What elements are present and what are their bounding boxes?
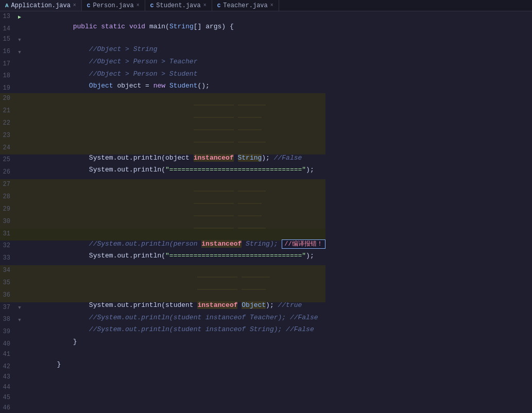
line-num-22: 22 (0, 118, 15, 130)
tab-icon-a: A (5, 3, 9, 9)
code-line-21: 21 System.out.println(object instanceof … (0, 106, 325, 118)
tab-close-teacher[interactable]: × (270, 3, 273, 8)
code-line-20: 20 System.out.println(object instanceof … (0, 93, 325, 106)
tab-icon-c2: C (150, 3, 154, 9)
line-num-42: 42 (0, 362, 15, 372)
line-code-21: System.out.println(object instanceof Per… (24, 106, 325, 118)
code-line-15: 15 ▼ //Object > String (0, 34, 325, 46)
code-line-18: 18 Object object = new Student(); (0, 71, 325, 83)
scroll-container[interactable]: 13 ▶ public static void main(String[] ar… (0, 11, 325, 413)
code-line-24: 24 System.out.println(object instanceof … (0, 143, 325, 155)
line-num-39: 39 (0, 326, 15, 339)
line-code-28: System.out.println(person instanceof Per… (24, 192, 325, 204)
line-num-26: 26 (0, 167, 15, 179)
code-line-25: 25 System.out.println("=================… (0, 154, 325, 167)
fold-marker-16[interactable]: ▼ (15, 46, 24, 59)
line-code-25: System.out.println("====================… (24, 154, 325, 167)
code-line-28: 28 System.out.println(person instanceof … (0, 192, 325, 204)
line-num-34: 34 (0, 265, 15, 278)
line-code-18: Object object = new Student(); (24, 71, 325, 83)
code-line-33: 33 Student student = new Student(); (0, 253, 325, 265)
line-num-23: 23 (0, 130, 15, 143)
code-line-34: 34 System.out.println(student instanceof… (0, 265, 325, 278)
tab-teacher-java[interactable]: C Teacher.java × (212, 0, 279, 11)
fold-marker-15[interactable]: ▼ (15, 34, 24, 46)
line-code-15: //Object > String (24, 34, 325, 46)
line-num-31: 31 (0, 229, 15, 241)
fold-marker-22 (15, 118, 24, 130)
line-code-34: System.out.println(student instanceof St… (24, 265, 325, 278)
tab-label-person: Person.java (93, 2, 133, 9)
code-line-16: 16 ▼ //Object > Person > Teacher (0, 46, 325, 59)
line-num-18: 18 (0, 71, 15, 83)
code-line-36: 36 System.out.println(student instanceof… (0, 290, 325, 302)
fold-marker-14 (15, 24, 24, 34)
code-line-31: 31 //System.out.println(person instanceo… (0, 229, 325, 241)
fold-marker-26 (15, 167, 24, 179)
tab-person-java[interactable]: C Person.java × (82, 0, 145, 11)
line-code-19 (24, 83, 325, 93)
fold-marker-31 (15, 229, 24, 241)
line-num-38: 38 (0, 314, 15, 326)
fold-marker-19 (15, 83, 24, 93)
fold-marker-39 (15, 326, 24, 339)
line-code-33: Student student = new Student(); (24, 253, 325, 265)
line-num-36: 36 (0, 290, 15, 302)
code-line-45: 45 (0, 392, 325, 403)
tab-close-student[interactable]: × (203, 3, 207, 8)
fold-marker-35 (15, 278, 24, 290)
code-line-23: 23 System.out.println(object instanceof … (0, 130, 325, 143)
fold-marker-29 (15, 204, 24, 216)
code-line-44: 44 (0, 382, 325, 392)
line-num-15: 15 (0, 34, 15, 46)
line-num-32: 32 (0, 240, 15, 253)
tab-close-person[interactable]: × (136, 3, 140, 8)
line-num-35: 35 (0, 278, 15, 290)
tab-bar: A Application.java × C Person.java × C S… (0, 0, 532, 11)
fold-marker-20 (15, 93, 24, 106)
line-code-41: } (24, 349, 325, 362)
line-code-13: public static void main(String[] args) { (24, 11, 325, 24)
fold-marker-41 (15, 349, 24, 362)
tab-label-student: Student.java (156, 2, 200, 9)
fold-marker-23 (15, 130, 24, 143)
line-num-27: 27 (0, 179, 15, 192)
line-num-28: 28 (0, 192, 15, 204)
line-num-45: 45 (0, 392, 15, 403)
line-code-36: System.out.println(student instanceof Ob… (24, 290, 325, 302)
line-num-14: 14 (0, 24, 15, 34)
fold-marker-18 (15, 71, 24, 83)
line-num-40: 40 (0, 339, 15, 349)
fold-marker-25 (15, 154, 24, 167)
code-line-40: 40 (0, 339, 325, 349)
line-code-30: System.out.println(person instanceof Tea… (24, 216, 325, 229)
line-code-20: System.out.println(object instanceof Stu… (24, 93, 325, 106)
code-line-46: 46 (0, 403, 325, 413)
run-marker-13[interactable]: ▶ (15, 11, 24, 24)
code-line-17: 17 //Object > Person > Student (0, 59, 325, 71)
tab-close-application[interactable]: × (73, 3, 76, 8)
line-num-25: 25 (0, 154, 15, 167)
code-line-13: 13 ▶ public static void main(String[] ar… (0, 11, 325, 24)
code-line-37: 37 ▼ //System.out.println(student instan… (0, 302, 325, 315)
fold-marker-28 (15, 192, 24, 204)
line-code-26: Person person = new Student(); (24, 167, 325, 179)
fold-marker-37[interactable]: ▼ (15, 302, 24, 315)
line-code-35: System.out.println(student instanceof Pe… (24, 278, 325, 290)
line-code-37: //System.out.println(student instanceof … (24, 302, 325, 315)
code-line-39: 39 } (0, 326, 325, 339)
code-line-26: 26 Person person = new Student(); (0, 167, 325, 179)
line-code-14 (24, 24, 325, 34)
line-num-29: 29 (0, 204, 15, 216)
code-line-42: 42 (0, 362, 325, 372)
tab-student-java[interactable]: C Student.java × (145, 0, 212, 11)
code-line-27: 27 System.out.println(person instanceof … (0, 179, 325, 192)
line-code-40 (24, 339, 325, 349)
fold-marker-38[interactable]: ▼ (15, 314, 24, 326)
code-line-41: 41 } (0, 349, 325, 362)
line-code-23: System.out.println(object instanceof Tea… (24, 130, 325, 143)
tab-application-java[interactable]: A Application.java × (0, 0, 82, 11)
line-code-32: System.out.println("====================… (24, 240, 325, 253)
line-code-16: //Object > Person > Teacher (24, 46, 325, 59)
line-num-19: 19 (0, 83, 15, 93)
